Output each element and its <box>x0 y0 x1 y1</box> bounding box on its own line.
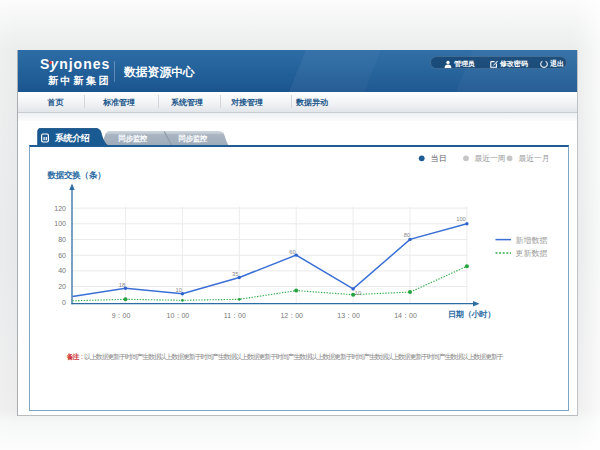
svg-text:新增数据: 新增数据 <box>516 236 548 245</box>
svg-text:最近一月: 最近一月 <box>519 154 550 163</box>
svg-text:9：00: 9：00 <box>112 312 131 319</box>
svg-text:10：00: 10：00 <box>167 312 190 319</box>
svg-text:12：00: 12：00 <box>280 312 303 319</box>
svg-text:10: 10 <box>176 287 182 293</box>
svg-text:10: 10 <box>355 290 361 296</box>
svg-text:备注：以上数据更新于时间产生数据以上数据更新于时间产生数据以: 备注：以上数据更新于时间产生数据以上数据更新于时间产生数据以上数据更新于时间产生… <box>66 353 504 361</box>
svg-text:13：00: 13：00 <box>337 312 360 319</box>
svg-text:系统介绍: 系统介绍 <box>54 133 90 143</box>
svg-text:80: 80 <box>58 236 66 243</box>
svg-text:同步监控: 同步监控 <box>119 134 148 143</box>
svg-text:40: 40 <box>58 267 66 274</box>
svg-text:120: 120 <box>54 205 66 212</box>
svg-text:60: 60 <box>58 252 66 259</box>
svg-text:18: 18 <box>119 282 125 288</box>
svg-text:最近一周: 最近一周 <box>475 154 506 163</box>
svg-text:0: 0 <box>62 299 66 306</box>
svg-text:80: 80 <box>404 232 410 238</box>
svg-text:更新数据: 更新数据 <box>516 249 548 258</box>
svg-text:当日: 当日 <box>431 154 447 163</box>
svg-text:100: 100 <box>54 220 66 227</box>
svg-text:数据交换（条）: 数据交换（条） <box>46 170 105 180</box>
svg-text:100: 100 <box>456 216 466 222</box>
svg-text:35: 35 <box>232 271 238 277</box>
svg-text:60: 60 <box>289 249 295 255</box>
svg-text:20: 20 <box>58 283 66 290</box>
svg-text:14：00: 14：00 <box>394 312 417 319</box>
svg-text:日期（小时）: 日期（小时） <box>448 310 495 319</box>
svg-text:11：00: 11：00 <box>224 312 246 319</box>
svg-text:同步监控: 同步监控 <box>179 134 208 143</box>
